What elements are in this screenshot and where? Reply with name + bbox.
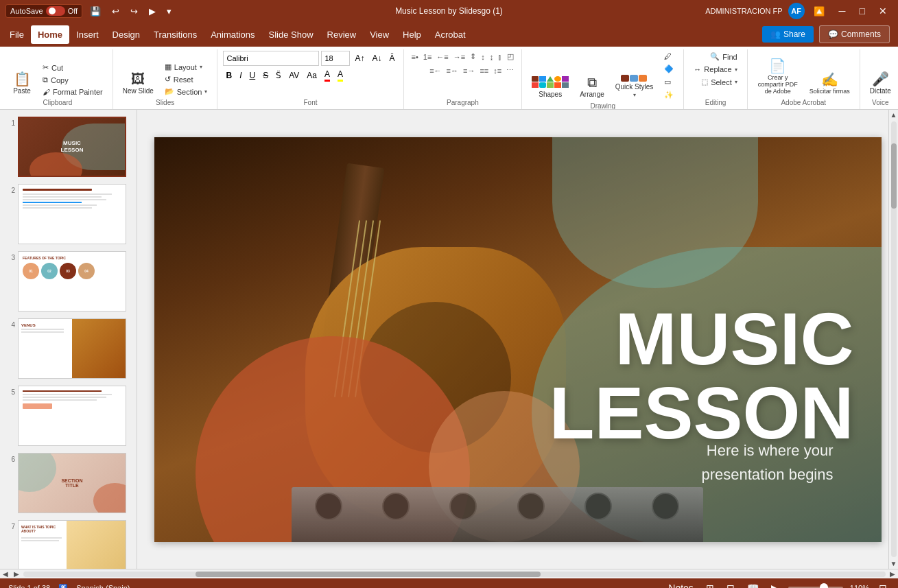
slide-thumbnail-4[interactable]: VENUS <box>18 318 126 379</box>
menu-animations[interactable]: Animations <box>204 25 261 44</box>
menu-help[interactable]: Help <box>396 25 428 44</box>
scroll-thumb[interactable] <box>891 143 897 209</box>
select-button[interactable]: ⬚ Select ▾ <box>697 76 742 88</box>
redo-button[interactable]: ↪ <box>127 5 141 18</box>
menu-view[interactable]: View <box>363 25 396 44</box>
menu-design[interactable]: Design <box>106 25 147 44</box>
slide-thumbnail-7[interactable]: WHAT IS THIS TOPIC ABOUT? <box>18 520 126 569</box>
slide-thumb-1[interactable]: 1 MUSICLESSON <box>3 115 134 178</box>
reading-view-button[interactable]: 📖 <box>744 581 761 588</box>
slide-thumb-5[interactable]: 5 <box>3 384 134 447</box>
align-right-button[interactable]: ≡→ <box>461 64 477 76</box>
bullets-button[interactable]: ≡• <box>410 51 421 62</box>
increase-font-button[interactable]: A↑ <box>352 52 367 64</box>
menu-slideshow[interactable]: Slide Show <box>261 25 320 44</box>
slide-thumbnail-1[interactable]: MUSICLESSON <box>18 117 126 177</box>
strikethrough-button[interactable]: S <box>260 69 271 82</box>
shadow-button[interactable]: S̈ <box>273 69 284 82</box>
line-spacing-button[interactable]: ↕ <box>479 51 487 62</box>
menu-transitions[interactable]: Transitions <box>147 25 204 44</box>
layout-button[interactable]: ▦ Layout ▾ <box>161 61 212 73</box>
slide-thumb-7[interactable]: 7 WHAT IS THIS TOPIC ABOUT? <box>3 519 134 569</box>
fit-slide-button[interactable]: ⊡ <box>876 581 890 588</box>
smart-art-button[interactable]: ◰ <box>505 51 516 62</box>
col-spacing-button[interactable]: ⇕ <box>468 51 478 62</box>
share-button[interactable]: 👥 Share <box>762 26 814 43</box>
customize-button[interactable]: ▾ <box>163 5 175 18</box>
justify-button[interactable]: ≡≡ <box>477 64 491 76</box>
highlight-button[interactable]: A <box>335 68 346 83</box>
request-sign-button[interactable]: ✍ Solicitar firmas <box>805 70 854 97</box>
scroll-down-button[interactable]: ▼ <box>889 558 898 569</box>
shapes-button[interactable]: Shapes <box>528 73 573 101</box>
next-slide-button[interactable]: ▶ <box>11 570 22 578</box>
autosave-badge[interactable]: AutoSave Off <box>5 4 82 18</box>
menu-home[interactable]: Home <box>31 25 69 44</box>
save-button[interactable]: 💾 <box>86 5 104 18</box>
minimize-button[interactable]: ─ <box>834 4 851 18</box>
font-color-button[interactable]: A <box>322 68 333 83</box>
vertical-scrollbar[interactable]: ▲ ▼ <box>888 110 898 569</box>
h-scroll-thumb[interactable] <box>196 572 541 577</box>
slide-thumb-4[interactable]: 4 VENUS <box>3 317 134 380</box>
bold-button[interactable]: B <box>223 69 235 82</box>
avatar[interactable]: AF <box>788 3 805 19</box>
shape-outline-button[interactable]: ▭ <box>660 76 678 88</box>
slide-thumbnail-2[interactable] <box>18 184 126 244</box>
para-more-button[interactable]: ⋯ <box>504 64 516 76</box>
clear-format-button[interactable]: Ā <box>387 52 398 64</box>
slide-thumbnail-3[interactable]: FEATURES OF THE TOPIC 01 02 03 04 <box>18 251 126 311</box>
scroll-right-button[interactable]: ▶ <box>887 570 898 578</box>
arrange-button[interactable]: ⧉ Arrange <box>576 73 608 101</box>
align-center-button[interactable]: ≡↔ <box>445 64 460 76</box>
prev-slide-button[interactable]: ◀ <box>0 570 11 578</box>
decrease-font-button[interactable]: A↓ <box>370 52 385 64</box>
slide-thumbnail-5[interactable] <box>18 386 126 446</box>
increase-indent-button[interactable]: →≡ <box>451 51 467 62</box>
undo-button[interactable]: ↩ <box>108 5 123 18</box>
font-size-input[interactable] <box>321 51 350 66</box>
ribbon-display-button[interactable]: 🔼 <box>810 5 828 18</box>
change-case-button[interactable]: Aa <box>304 69 320 82</box>
slide-thumb-3[interactable]: 3 FEATURES OF THE TOPIC 01 02 03 04 <box>3 250 134 313</box>
pen-button[interactable]: 🖊 <box>660 51 678 62</box>
text-columns-button[interactable]: ⫿ <box>496 51 504 62</box>
scroll-up-button[interactable]: ▲ <box>889 110 898 120</box>
shape-fill-button[interactable]: 🔷 <box>660 63 678 75</box>
align-left-button[interactable]: ≡← <box>427 64 443 76</box>
copy-button[interactable]: ⧉ Copy <box>38 74 107 86</box>
menu-acrobat[interactable]: Acrobat <box>428 25 473 44</box>
numbering-button[interactable]: 1≡ <box>421 51 434 62</box>
autosave-toggle[interactable] <box>46 6 65 16</box>
slide-thumbnail-6[interactable]: SECTIONTITLE <box>18 453 126 513</box>
close-button[interactable]: ✕ <box>873 4 893 18</box>
cut-button[interactable]: ✂ Cut <box>38 62 107 73</box>
paste-button[interactable]: 📋 Paste <box>8 69 36 97</box>
shape-effects-button[interactable]: ✨ <box>660 89 678 101</box>
section-button[interactable]: 📂 Section ▾ <box>161 86 212 97</box>
font-face-input[interactable] <box>223 51 319 66</box>
menu-file[interactable]: File <box>3 25 31 44</box>
present-button[interactable]: ▶ <box>145 5 159 18</box>
maximize-button[interactable]: □ <box>854 4 871 18</box>
slide-thumb-2[interactable]: 2 <box>3 183 134 246</box>
menu-review[interactable]: Review <box>320 25 364 44</box>
char-spacing-button[interactable]: AV <box>286 69 302 82</box>
underline-button[interactable]: U <box>247 69 259 82</box>
comments-button[interactable]: 💬 Comments <box>819 25 890 43</box>
slideshow-button[interactable]: ▶ <box>768 581 781 588</box>
replace-button[interactable]: ↔ Replace ▾ <box>689 64 741 75</box>
slide-thumb-6[interactable]: 6 SECTIONTITLE <box>3 451 134 515</box>
menu-insert[interactable]: Insert <box>69 25 106 44</box>
line-space-button[interactable]: ↕≡ <box>491 64 504 76</box>
normal-view-button[interactable]: ⊞ <box>703 581 717 588</box>
create-pdf-button[interactable]: 📄 Crear y compartir PDF de Adobe <box>753 56 803 97</box>
new-slide-button[interactable]: 🖼 New Slide <box>119 69 158 97</box>
dictate-button[interactable]: 🎤 Dictate <box>866 69 895 97</box>
format-painter-button[interactable]: 🖌 Format Painter <box>38 86 107 97</box>
slide-sorter-button[interactable]: ⊟ <box>724 581 737 588</box>
notes-button[interactable]: Notes <box>665 581 696 588</box>
text-direction-button[interactable]: ↨ <box>488 51 496 62</box>
italic-button[interactable]: I <box>237 69 244 82</box>
find-button[interactable]: 🔍 Find <box>706 51 741 62</box>
